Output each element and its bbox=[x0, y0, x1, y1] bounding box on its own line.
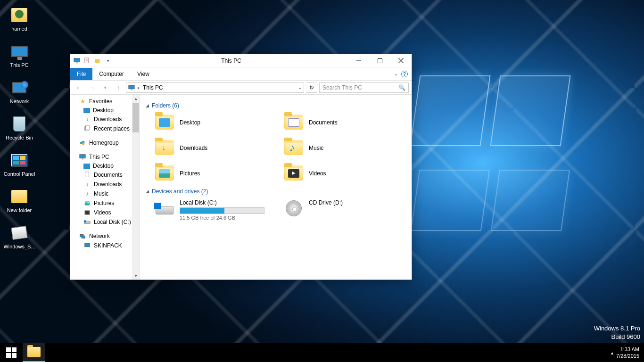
scroll-thumb[interactable] bbox=[132, 103, 139, 132]
ribbon-tab-file[interactable]: File bbox=[70, 68, 92, 80]
nav-item-pc-music[interactable]: ♪Music bbox=[70, 189, 140, 198]
search-placeholder: Search This PC bbox=[322, 84, 362, 91]
nav-item-pc-videos[interactable]: Videos bbox=[70, 208, 140, 217]
desktop-icon-controlpanel[interactable]: Control Panel bbox=[2, 149, 37, 179]
music-icon: ♪ bbox=[83, 190, 91, 197]
quick-access-toolbar: ▾ bbox=[70, 57, 115, 65]
desktop-icon-user[interactable]: hamed bbox=[2, 4, 37, 33]
taskbar-file-explorer[interactable] bbox=[23, 343, 45, 362]
nav-network[interactable]: Network bbox=[70, 231, 140, 241]
folder-label: Downloads bbox=[180, 145, 207, 151]
svg-rect-6 bbox=[131, 89, 132, 90]
folder-documents[interactable]: Documents bbox=[281, 112, 406, 133]
back-button[interactable]: ← bbox=[73, 82, 84, 93]
desktop-icon-label: Recycle Bin bbox=[6, 135, 33, 140]
svg-rect-4 bbox=[378, 58, 382, 63]
navigation-bar: ← → ▾ ↑ ▸ This PC ⌄ ↻ Search This PC 🔍 bbox=[70, 81, 412, 95]
recent-icon bbox=[83, 125, 91, 132]
address-bar[interactable]: ▸ This PC ⌄ bbox=[126, 82, 304, 93]
system-tray: ▴ 1:33 AM 7/28/2015 bbox=[611, 346, 644, 359]
clock[interactable]: 1:33 AM 7/28/2015 bbox=[616, 346, 639, 359]
nav-scrollbar[interactable]: ▴ ▾ bbox=[132, 95, 140, 280]
tray-show-hidden-icon[interactable]: ▴ bbox=[611, 350, 613, 355]
download-icon: ↓ bbox=[83, 181, 91, 188]
nav-item-desktop[interactable]: Desktop bbox=[70, 106, 140, 115]
qa-dropdown-icon[interactable]: ▾ bbox=[104, 57, 112, 65]
star-icon: ★ bbox=[79, 98, 86, 105]
nav-label: Pictures bbox=[94, 200, 114, 206]
scroll-up-icon[interactable]: ▴ bbox=[132, 95, 140, 102]
nav-item-pc-pictures[interactable]: Pictures bbox=[70, 198, 140, 208]
svg-rect-5 bbox=[129, 85, 134, 89]
nav-item-net-skinpack[interactable]: SKINPACK bbox=[70, 241, 140, 250]
recent-dropdown-icon[interactable]: ▾ bbox=[99, 82, 111, 93]
scroll-down-icon[interactable]: ▾ bbox=[132, 272, 140, 280]
nav-thispc[interactable]: This PC bbox=[70, 152, 140, 162]
titlebar[interactable]: ▾ This PC bbox=[70, 54, 412, 67]
search-box[interactable]: Search This PC 🔍 bbox=[319, 82, 409, 93]
folder-music[interactable]: Music bbox=[281, 137, 406, 159]
ribbon-tab-computer[interactable]: Computer bbox=[92, 68, 131, 80]
address-dropdown-icon[interactable]: ⌄ bbox=[298, 85, 302, 90]
minimize-button[interactable] bbox=[348, 55, 369, 67]
desktop-icon-network[interactable]: Network bbox=[2, 76, 37, 106]
nav-item-pc-localdisk[interactable]: Local Disk (C:) bbox=[70, 217, 140, 227]
nav-item-downloads[interactable]: ↓Downloads bbox=[70, 115, 140, 124]
folder-icon bbox=[154, 165, 175, 182]
nav-item-pc-desktop[interactable]: Desktop bbox=[70, 162, 140, 170]
ribbon-expand-icon[interactable]: ⌄ bbox=[391, 71, 401, 76]
folder-videos[interactable]: Videos bbox=[281, 163, 406, 184]
desktop-icon-windows-s[interactable]: Windows_S... bbox=[2, 222, 37, 251]
svg-rect-22 bbox=[82, 236, 85, 238]
homegroup-icon bbox=[79, 139, 86, 147]
desktop-icon-thispc[interactable]: This PC bbox=[2, 40, 37, 70]
nav-label: Favorites bbox=[89, 98, 112, 105]
desktop-icon-label: Windows_S... bbox=[3, 244, 35, 249]
svg-point-11 bbox=[82, 142, 84, 145]
up-button[interactable]: ↑ bbox=[113, 82, 124, 93]
section-title: Devices and drives (2) bbox=[152, 188, 208, 195]
desktop-icon-newfolder[interactable]: New folder bbox=[2, 185, 37, 215]
forward-button[interactable]: → bbox=[86, 82, 98, 93]
maximize-button[interactable] bbox=[369, 55, 390, 67]
nav-homegroup[interactable]: Homegroup bbox=[70, 138, 140, 148]
nav-label: Homegroup bbox=[89, 140, 119, 146]
svg-rect-8 bbox=[86, 126, 90, 130]
svg-rect-2 bbox=[85, 58, 89, 63]
drive-local-c[interactable]: Local Disk (C:) 11.5 GB free of 24.6 GB bbox=[152, 197, 277, 222]
nav-favorites[interactable]: ★Favorites bbox=[70, 97, 140, 106]
nav-label: Network bbox=[89, 233, 110, 239]
ribbon-tab-view[interactable]: View bbox=[131, 68, 156, 80]
section-folders[interactable]: ◢Folders (6) bbox=[146, 102, 406, 109]
chevron-right-icon[interactable]: ▸ bbox=[138, 85, 140, 90]
collapse-icon: ◢ bbox=[146, 103, 149, 108]
folder-downloads[interactable]: Downloads bbox=[152, 137, 277, 159]
properties-icon[interactable] bbox=[83, 57, 91, 65]
nav-label: Documents bbox=[94, 172, 123, 178]
address-text: This PC bbox=[143, 84, 163, 91]
folder-desktop[interactable]: Desktop bbox=[152, 112, 277, 133]
clock-date: 7/28/2015 bbox=[616, 353, 639, 359]
refresh-button[interactable]: ↻ bbox=[306, 82, 317, 93]
svg-rect-17 bbox=[85, 211, 86, 215]
svg-rect-18 bbox=[89, 211, 90, 215]
help-icon[interactable]: ? bbox=[401, 71, 408, 77]
monitor-small-icon bbox=[128, 84, 135, 91]
nav-label: Desktop bbox=[93, 107, 114, 114]
section-drives[interactable]: ◢Devices and drives (2) bbox=[146, 188, 406, 195]
nav-item-pc-downloads[interactable]: ↓Downloads bbox=[70, 180, 140, 189]
new-folder-icon[interactable] bbox=[94, 57, 101, 65]
nav-item-pc-documents[interactable]: Documents bbox=[70, 170, 140, 180]
folder-pictures[interactable]: Pictures bbox=[152, 163, 277, 184]
drive-free-text: 11.5 GB free of 24.6 GB bbox=[180, 215, 264, 221]
close-button[interactable] bbox=[390, 55, 412, 67]
watermark-line: Build 9600 bbox=[594, 333, 640, 341]
desktop-background[interactable]: hamed This PC Network Recycle Bin Contro… bbox=[0, 0, 644, 362]
start-button[interactable] bbox=[0, 343, 23, 362]
desktop-icon-recyclebin[interactable]: Recycle Bin bbox=[2, 113, 37, 142]
network-icon bbox=[79, 232, 86, 240]
nav-label: Music bbox=[94, 190, 108, 197]
drive-cd-d[interactable]: CD Drive (D:) bbox=[281, 197, 406, 222]
clock-time: 1:33 AM bbox=[616, 346, 639, 353]
nav-item-recent[interactable]: Recent places bbox=[70, 124, 140, 133]
